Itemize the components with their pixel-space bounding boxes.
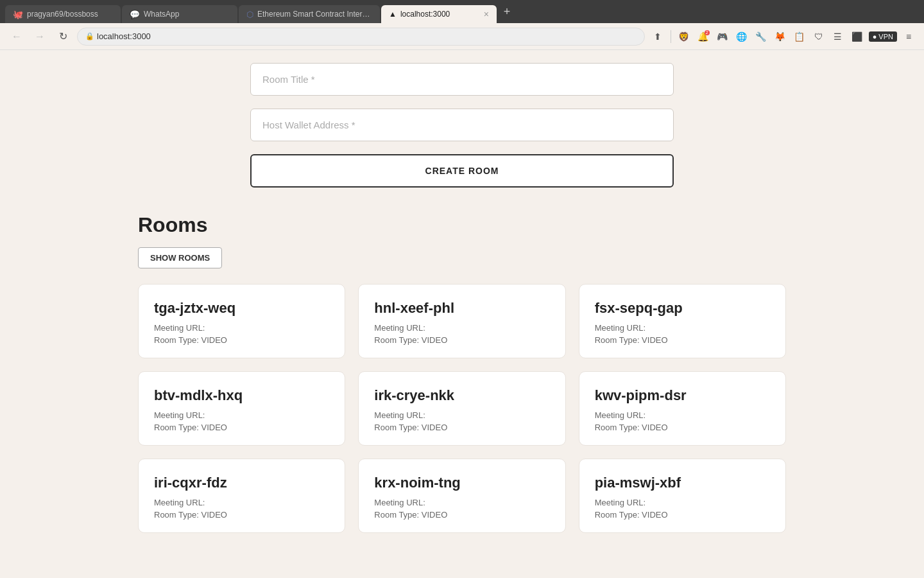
address-bar-row: ← → ↻ 🔒 localhost:3000 ⬆ 🦁 🔔2 🎮 🌐 🔧 🦊 📋 … <box>0 23 924 50</box>
room-meeting-url: Meeting URL: <box>374 498 549 507</box>
divider-1 <box>671 30 671 43</box>
toolbar-right: ⬆ 🦁 🔔2 🎮 🌐 🔧 🦊 📋 🛡 ☰ ⬛ ● VPN ≡ <box>650 29 916 44</box>
room-title-input[interactable] <box>250 63 674 96</box>
room-type: Room Type: VIDEO <box>154 510 329 520</box>
rooms-section: Rooms SHOW ROOMS tga-jztx-weq Meeting UR… <box>125 213 799 533</box>
room-card[interactable]: pia-mswj-xbf Meeting URL: Room Type: VID… <box>579 459 786 533</box>
extensions-icon-4[interactable]: 🦊 <box>773 29 788 44</box>
extensions-icon-1[interactable]: 🎮 <box>715 29 730 44</box>
address-text: localhost:3000 <box>97 31 151 41</box>
room-meeting-url: Meeting URL: <box>374 323 549 333</box>
room-card[interactable]: irk-crye-nkk Meeting URL: Room Type: VID… <box>358 371 565 446</box>
room-card[interactable]: kwv-pipm-dsr Meeting URL: Room Type: VID… <box>579 371 786 446</box>
room-card[interactable]: fsx-sepq-gap Meeting URL: Room Type: VID… <box>579 284 786 358</box>
room-id: krx-noim-tng <box>374 475 549 491</box>
room-type: Room Type: VIDEO <box>374 423 549 432</box>
tab-github[interactable]: 🐙 pragyan69/bossboss <box>5 5 121 23</box>
tab-close-icon[interactable]: × <box>484 9 489 19</box>
room-card[interactable]: hnl-xeef-phl Meeting URL: Room Type: VID… <box>358 284 565 358</box>
reload-button[interactable]: ↻ <box>54 28 72 46</box>
host-wallet-input[interactable] <box>250 109 674 141</box>
extensions-icon-6[interactable]: 🛡 <box>811 29 826 44</box>
tab-localhost[interactable]: ▲ localhost:3000 × <box>381 5 497 23</box>
room-meeting-url: Meeting URL: <box>595 498 770 507</box>
room-meeting-url: Meeting URL: <box>154 323 329 333</box>
tab-bar: 🐙 pragyan69/bossboss 💬 WhatsApp ⬡ Ethere… <box>0 0 924 23</box>
room-type: Room Type: VIDEO <box>154 335 329 345</box>
brave-icon[interactable]: 🦁 <box>676 29 692 44</box>
notification-badge: 2 <box>705 30 710 35</box>
sidebar-icon[interactable]: ☰ <box>830 29 846 44</box>
extensions-icon-7[interactable]: ⬛ <box>850 29 865 44</box>
room-id: fsx-sepq-gap <box>595 300 770 317</box>
extensions-icon-3[interactable]: 🔧 <box>753 29 769 44</box>
new-tab-button[interactable]: + <box>498 3 516 21</box>
forward-button[interactable]: → <box>31 28 49 46</box>
room-id: kwv-pipm-dsr <box>595 387 770 404</box>
room-meeting-url: Meeting URL: <box>374 410 549 420</box>
room-card[interactable]: btv-mdlx-hxq Meeting URL: Room Type: VID… <box>138 371 345 446</box>
tab-whatsapp[interactable]: 💬 WhatsApp <box>122 5 237 23</box>
rooms-grid: tga-jztx-weq Meeting URL: Room Type: VID… <box>138 284 786 533</box>
lock-icon: 🔒 <box>85 32 94 40</box>
create-room-button[interactable]: CREATE ROOM <box>250 154 674 188</box>
share-icon[interactable]: ⬆ <box>650 29 665 44</box>
tab-ethereum[interactable]: ⬡ Ethereum Smart Contract Interactio <box>239 5 380 23</box>
page-content: CREATE ROOM Rooms SHOW ROOMS tga-jztx-we… <box>0 50 924 577</box>
room-meeting-url: Meeting URL: <box>154 498 329 507</box>
rooms-title: Rooms <box>138 213 786 237</box>
room-id: pia-mswj-xbf <box>595 475 770 491</box>
menu-icon[interactable]: ≡ <box>901 29 916 44</box>
form-section: CREATE ROOM <box>237 63 687 213</box>
tab-localhost-title: localhost:3000 <box>400 10 450 19</box>
room-type: Room Type: VIDEO <box>154 423 329 432</box>
extensions-icon-2[interactable]: 🌐 <box>734 29 749 44</box>
room-type: Room Type: VIDEO <box>595 423 770 432</box>
extensions-icon-5[interactable]: 📋 <box>792 29 807 44</box>
tab-ethereum-title: Ethereum Smart Contract Interactio <box>257 10 372 19</box>
notification-icon[interactable]: 🔔2 <box>696 29 711 44</box>
room-meeting-url: Meeting URL: <box>154 410 329 420</box>
room-card[interactable]: krx-noim-tng Meeting URL: Room Type: VID… <box>358 459 565 533</box>
tab-github-title: pragyan69/bossboss <box>27 10 98 19</box>
room-type: Room Type: VIDEO <box>595 510 770 520</box>
back-button[interactable]: ← <box>8 28 26 46</box>
room-meeting-url: Meeting URL: <box>595 410 770 420</box>
room-type: Room Type: VIDEO <box>595 335 770 345</box>
room-id: hnl-xeef-phl <box>374 300 549 317</box>
room-id: tga-jztx-weq <box>154 300 329 317</box>
room-card[interactable]: tga-jztx-weq Meeting URL: Room Type: VID… <box>138 284 345 358</box>
room-type: Room Type: VIDEO <box>374 335 549 345</box>
vpn-badge[interactable]: ● VPN <box>869 31 897 42</box>
room-id: irk-crye-nkk <box>374 387 549 404</box>
room-id: btv-mdlx-hxq <box>154 387 329 404</box>
room-type: Room Type: VIDEO <box>374 510 549 520</box>
show-rooms-button[interactable]: SHOW ROOMS <box>138 247 222 268</box>
room-card[interactable]: iri-cqxr-fdz Meeting URL: Room Type: VID… <box>138 459 345 533</box>
room-meeting-url: Meeting URL: <box>595 323 770 333</box>
room-id: iri-cqxr-fdz <box>154 475 329 491</box>
tab-whatsapp-title: WhatsApp <box>144 10 179 19</box>
address-bar[interactable]: 🔒 localhost:3000 <box>77 28 645 46</box>
